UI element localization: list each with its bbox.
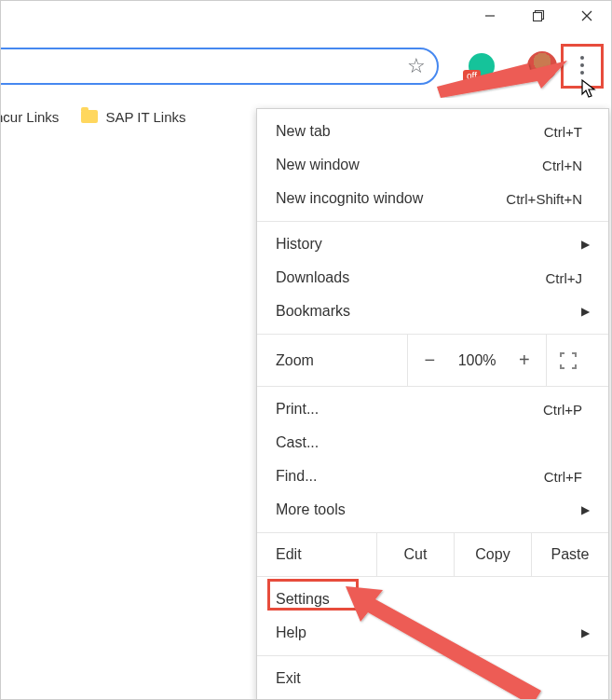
menu-zoom-label: Zoom (276, 335, 408, 386)
window-close-button[interactable] (563, 1, 611, 31)
menu-item-cast[interactable]: Cast... (257, 426, 608, 460)
menu-label: New tab (276, 123, 544, 140)
chrome-menu-button[interactable] (563, 46, 602, 85)
menu-label: Settings (276, 591, 590, 608)
svg-rect-2 (533, 12, 541, 21)
submenu-arrow-icon: ▶ (581, 503, 590, 516)
zoom-out-button[interactable]: − (408, 350, 452, 371)
menu-item-print[interactable]: Print... Ctrl+P (257, 392, 608, 426)
zoom-value: 100% (452, 352, 503, 369)
menu-label: Help (276, 625, 581, 641)
address-bar[interactable]: ☆ (0, 48, 439, 85)
menu-item-incognito[interactable]: New incognito window Ctrl+Shift+N (257, 182, 608, 215)
bookmark-label: ncur Links (0, 109, 59, 125)
menu-item-new-window[interactable]: New window Ctrl+N (257, 148, 608, 182)
menu-paste-button[interactable]: Paste (531, 533, 608, 576)
menu-shortcut: Ctrl+T (544, 124, 582, 140)
bookmark-label: SAP IT Links (105, 109, 185, 125)
submenu-arrow-icon: ▶ (581, 238, 590, 251)
menu-copy-button[interactable]: Copy (454, 533, 531, 576)
menu-shortcut: Ctrl+N (542, 158, 582, 173)
window-restore-button[interactable] (514, 1, 563, 31)
menu-shortcut: Ctrl+F (544, 469, 582, 485)
folder-icon (81, 110, 98, 123)
menu-item-history[interactable]: History ▶ (257, 227, 608, 261)
bookmark-folder-concur[interactable]: ncur Links (0, 109, 59, 125)
menu-label: Exit (276, 670, 590, 687)
menu-edit-label: Edit (257, 533, 376, 576)
menu-shortcut: Ctrl+Shift+N (506, 191, 582, 207)
menu-item-more-tools[interactable]: More tools ▶ (257, 493, 608, 527)
menu-shortcut: Ctrl+P (543, 402, 582, 418)
submenu-arrow-icon: ▶ (581, 626, 590, 639)
menu-cut-button[interactable]: Cut (376, 533, 454, 576)
menu-label: New window (276, 157, 542, 173)
menu-item-settings[interactable]: Settings (257, 583, 608, 616)
menu-item-exit[interactable]: Exit (257, 662, 608, 695)
zoom-in-button[interactable]: + (502, 350, 546, 371)
profile-avatar[interactable] (527, 51, 557, 81)
menu-label: Find... (276, 468, 544, 485)
menu-item-bookmarks[interactable]: Bookmarks ▶ (257, 295, 608, 328)
bookmark-star-icon[interactable]: ☆ (407, 54, 426, 78)
submenu-arrow-icon: ▶ (581, 305, 590, 318)
menu-item-help[interactable]: Help ▶ (257, 616, 608, 650)
menu-label: New incognito window (276, 190, 506, 207)
bookmark-folder-sap[interactable]: SAP IT Links (81, 109, 185, 125)
menu-label: More tools (276, 501, 581, 518)
menu-shortcut: Ctrl+J (545, 270, 582, 286)
chrome-main-menu: New tab Ctrl+T New window Ctrl+N New inc… (256, 108, 609, 700)
menu-label: Cast... (276, 434, 590, 451)
fullscreen-button[interactable] (546, 335, 590, 386)
menu-item-new-tab[interactable]: New tab Ctrl+T (257, 115, 608, 148)
menu-item-find[interactable]: Find... Ctrl+F (257, 460, 608, 493)
menu-label: Bookmarks (276, 303, 581, 320)
menu-label: Downloads (276, 269, 545, 286)
menu-item-downloads[interactable]: Downloads Ctrl+J (257, 261, 608, 295)
menu-label: Print... (276, 401, 543, 418)
menu-label: History (276, 236, 581, 253)
extension-off-badge: off (463, 70, 481, 82)
window-minimize-button[interactable] (466, 1, 514, 31)
